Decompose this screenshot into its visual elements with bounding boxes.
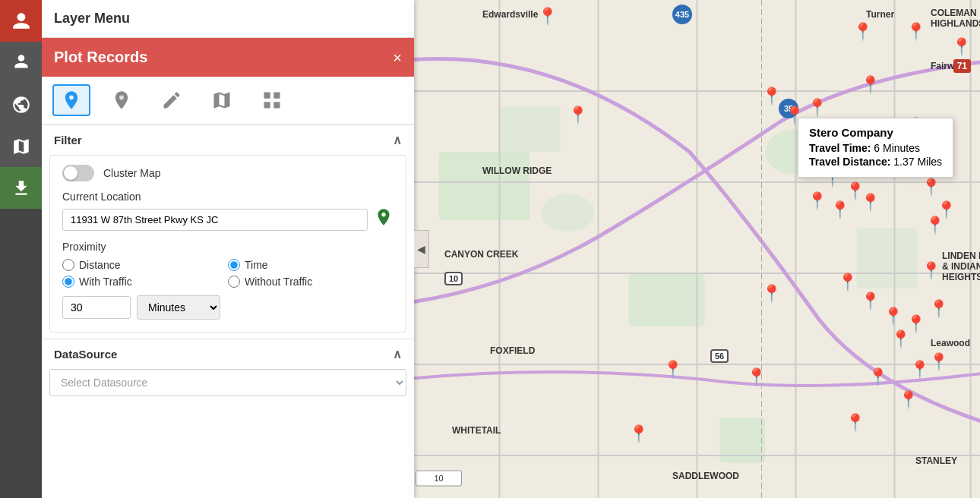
layer-menu-title: Layer Menu <box>54 11 130 26</box>
map-pin-5[interactable]: 📍 <box>567 106 588 125</box>
map-pin-23[interactable]: 📍 <box>928 299 949 319</box>
filter-section-header[interactable]: Filter ∧ <box>42 124 414 155</box>
road-badge-56: 56 <box>710 349 729 363</box>
tooltip-travel-distance-label: Travel Distance: <box>809 156 890 168</box>
map-pin-9[interactable]: 📍 <box>860 75 880 95</box>
datasource-section-header[interactable]: DataSource ∧ <box>42 339 414 369</box>
tab-location-pin[interactable] <box>52 84 90 116</box>
datasource-section: DataSource ∧ Select Datasource <box>42 339 414 402</box>
tooltip-company: Stero Company <box>809 126 942 139</box>
toggle-knob <box>64 166 77 180</box>
map-pin-29[interactable]: 📍 <box>868 367 888 387</box>
cluster-map-label: Cluster Map <box>103 167 160 179</box>
map-pin-12[interactable]: 📍 <box>860 193 880 213</box>
tooltip-travel-time-label: Travel Time: <box>809 142 871 154</box>
map-pin-13[interactable]: 📍 <box>830 200 850 220</box>
location-input[interactable] <box>62 209 368 231</box>
map-pin-25[interactable]: 📍 <box>921 261 941 281</box>
map-pin-3[interactable]: 📍 <box>906 22 926 42</box>
sidebar <box>0 0 42 498</box>
map-pin-1[interactable]: 📍 <box>537 7 558 27</box>
svg-point-6 <box>542 194 595 232</box>
current-location-label: Current Location <box>62 191 394 203</box>
map-tooltip: Stero Company Travel Time: 6 Minutes Tra… <box>798 118 953 178</box>
map-pin-17[interactable]: 📍 <box>925 216 945 235</box>
datasource-chevron-icon: ∧ <box>393 347 402 361</box>
sidebar-icon-globe[interactable] <box>0 84 42 125</box>
radio-distance[interactable]: Distance <box>62 259 228 271</box>
proximity-label: Proximity <box>62 241 394 253</box>
map-pin-14[interactable]: 📍 <box>921 178 941 197</box>
datasource-select[interactable]: Select Datasource <box>49 369 406 396</box>
map-pin-24[interactable]: 📍 <box>761 284 782 304</box>
location-pin-icon[interactable] <box>374 207 394 232</box>
proximity-value-row: Minutes Hours <box>62 295 394 320</box>
svg-rect-3 <box>629 273 705 326</box>
map-pin-21[interactable]: 📍 <box>883 307 903 326</box>
map-pin-19[interactable]: 📍 <box>837 273 858 292</box>
map-pin-28[interactable]: 📍 <box>928 352 949 372</box>
map-pin-20[interactable]: 📍 <box>860 292 880 311</box>
map-pin-27[interactable]: 📍 <box>909 360 930 380</box>
proximity-unit-select[interactable]: Minutes Hours <box>137 295 220 320</box>
svg-point-0 <box>119 96 124 100</box>
radio-with-traffic[interactable]: With Traffic <box>62 276 228 288</box>
tab-map-marker[interactable] <box>103 84 141 116</box>
sidebar-icon-user[interactable] <box>0 0 42 42</box>
map-pin-30[interactable]: 📍 <box>662 360 683 380</box>
cluster-map-row: Cluster Map <box>62 165 394 181</box>
datasource-label: DataSource <box>54 348 117 361</box>
map-pin-33[interactable]: 📍 <box>898 390 918 410</box>
tab-pencil[interactable] <box>153 84 191 116</box>
map-pin-34[interactable]: 📍 <box>628 424 649 444</box>
map-pin-6[interactable]: 📍 <box>761 87 782 106</box>
road-badge-435: 435 <box>672 5 692 24</box>
tab-grid[interactable] <box>253 84 291 116</box>
sidebar-icon-person[interactable] <box>0 42 42 84</box>
layer-menu-header: Layer Menu <box>42 0 414 38</box>
road-badge-10: 10 <box>444 272 463 285</box>
map-collapse-button[interactable]: ◀ <box>414 230 429 268</box>
radio-without-traffic[interactable]: Without Traffic <box>228 276 394 288</box>
map-pin-2[interactable]: 📍 <box>852 22 873 42</box>
map-pin-26[interactable]: 📍 <box>890 329 911 349</box>
collapse-icon: ◀ <box>417 243 425 255</box>
filter-label: Filter <box>54 134 82 147</box>
map-pin-31[interactable]: 📍 <box>746 367 767 387</box>
svg-rect-7 <box>857 228 918 288</box>
tooltip-travel-distance-val: 1.37 Miles <box>893 156 942 168</box>
filter-section: Filter ∧ Cluster Map Current Location <box>42 124 414 339</box>
svg-rect-2 <box>439 152 530 220</box>
plot-records-header: Plot Records × <box>42 38 414 77</box>
map-pin-4[interactable]: 📍 <box>951 37 972 57</box>
filter-section-body: Cluster Map Current Location Proximity D… <box>49 155 406 333</box>
filter-chevron-icon: ∧ <box>393 133 402 147</box>
cluster-map-toggle[interactable] <box>62 165 94 181</box>
tab-icons-row <box>42 77 414 124</box>
plot-records-title: Plot Records <box>54 49 147 66</box>
proximity-number-input[interactable] <box>62 296 131 319</box>
tooltip-travel-time-val: 6 Minutes <box>874 142 920 154</box>
map-pin-32[interactable]: 📍 <box>845 413 865 433</box>
tooltip-travel-distance: Travel Distance: 1.37 Miles <box>809 156 942 168</box>
location-input-row <box>62 207 394 232</box>
proximity-radio-group: Distance Time With Traffic Without Traff… <box>62 259 394 288</box>
map-background: 10 <box>414 0 980 498</box>
map-pin-8[interactable]: 📍 <box>807 98 827 118</box>
tooltip-travel-time: Travel Time: 6 Minutes <box>809 142 942 154</box>
sidebar-icon-map[interactable] <box>0 125 42 167</box>
radio-time[interactable]: Time <box>228 259 394 271</box>
sidebar-icon-download[interactable] <box>0 167 42 209</box>
plot-records-panel: Plot Records × Filter ∧ <box>42 38 414 498</box>
map-pin-current-location[interactable]: 📍 <box>807 191 827 211</box>
map-area[interactable]: ◀ 10 Edwards <box>414 0 980 498</box>
panel-area: Layer Menu Plot Records × <box>42 0 414 498</box>
svg-text:10: 10 <box>434 474 443 483</box>
close-button[interactable]: × <box>393 50 402 65</box>
datasource-body: Select Datasource <box>42 369 414 402</box>
tab-states[interactable] <box>203 84 241 116</box>
svg-rect-4 <box>500 106 561 152</box>
road-badge-71: 71 <box>953 59 971 73</box>
